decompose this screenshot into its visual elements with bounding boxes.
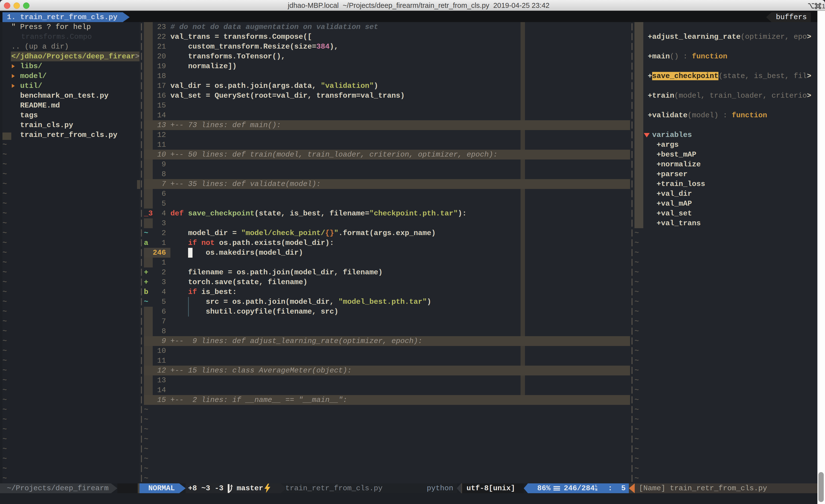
svg-text:1: 1 <box>822 3 825 9</box>
